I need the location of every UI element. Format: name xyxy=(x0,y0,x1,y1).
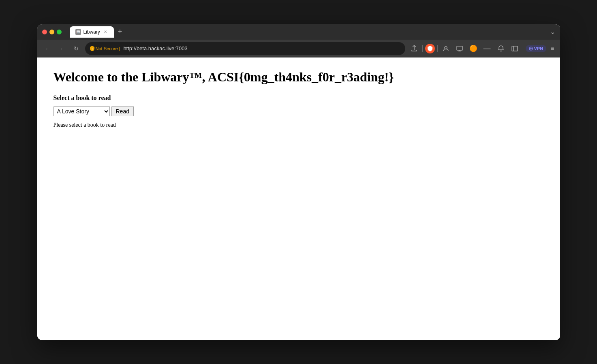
emoji-icon-button[interactable]: 🟠 xyxy=(468,43,479,54)
tab-favicon-icon: 📖 xyxy=(75,29,81,35)
toolbar-separator xyxy=(422,45,423,52)
svg-rect-3 xyxy=(512,46,518,51)
browser-window: 📖 Libwary ✕ + ⌄ ‹ › ↻ ! Not Secure xyxy=(37,24,560,340)
minimize-button[interactable] xyxy=(49,30,54,34)
active-tab[interactable]: 📖 Libwary ✕ xyxy=(70,26,114,38)
svg-rect-2 xyxy=(457,46,462,50)
share-button[interactable] xyxy=(409,43,420,54)
select-label: Select a book to read xyxy=(53,94,544,102)
vpn-label: VPN xyxy=(534,46,544,51)
not-secure-icon: ! Not Secure | xyxy=(90,46,120,51)
toolbar-actions: 🟠 — VPN ≡ xyxy=(409,43,556,54)
maximize-button[interactable] xyxy=(57,30,62,34)
brave-icon xyxy=(425,44,435,53)
not-secure-label: Not Secure xyxy=(96,46,118,51)
toolbar: ‹ › ↻ ! Not Secure | http://beta.hackac.… xyxy=(37,40,560,57)
screen-icon-button[interactable] xyxy=(454,43,465,54)
new-tab-button[interactable]: + xyxy=(116,28,125,36)
toolbar-separator-3 xyxy=(523,45,523,52)
refresh-button[interactable]: ↻ xyxy=(71,43,82,54)
close-button[interactable] xyxy=(42,30,47,34)
address-text: http://beta.hackac.live:7003 xyxy=(123,45,400,51)
tab-close-icon[interactable]: ✕ xyxy=(103,29,108,35)
window-chevron-icon[interactable]: ⌄ xyxy=(550,28,555,36)
back-button[interactable]: ‹ xyxy=(41,43,53,54)
vpn-badge[interactable]: VPN xyxy=(526,45,547,52)
svg-text:!: ! xyxy=(92,47,92,50)
hamburger-menu-button[interactable]: ≡ xyxy=(549,43,556,54)
traffic-lights xyxy=(42,30,62,34)
notification-icon-button[interactable] xyxy=(495,43,507,54)
status-text: Please select a book to read xyxy=(53,122,544,128)
book-selector-row: A Love Story Another Book Yet Another Bo… xyxy=(53,106,544,116)
minus-icon-button[interactable]: — xyxy=(481,43,493,54)
toolbar-separator-2 xyxy=(437,45,438,52)
svg-point-1 xyxy=(445,47,447,49)
title-bar: 📖 Libwary ✕ + ⌄ xyxy=(37,24,560,40)
forward-button[interactable]: › xyxy=(56,43,67,54)
user-icon-button[interactable] xyxy=(440,43,451,54)
page-content: Welcome to the Libwary™, ACSI{0mg_th4nks… xyxy=(37,57,560,340)
sidebar-icon-button[interactable] xyxy=(509,43,520,54)
tab-title: Libwary xyxy=(83,29,100,35)
tab-bar: 📖 Libwary ✕ + xyxy=(70,26,547,38)
address-bar[interactable]: ! Not Secure | http://beta.hackac.live:7… xyxy=(85,42,405,55)
page-title: Welcome to the Libwary™, ACSI{0mg_th4nks… xyxy=(53,70,544,85)
read-button[interactable]: Read xyxy=(111,106,134,116)
book-select[interactable]: A Love Story Another Book Yet Another Bo… xyxy=(53,106,110,116)
